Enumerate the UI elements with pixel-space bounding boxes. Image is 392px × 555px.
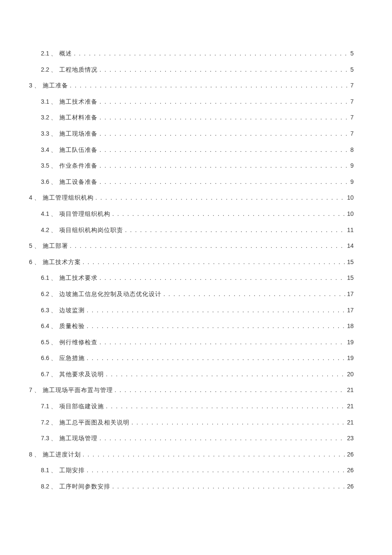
toc-title: 施工现场平面布置与管理: [43, 387, 113, 393]
toc-title: 边坡监测: [59, 308, 85, 314]
toc-title: 施工管理组织机构: [43, 195, 94, 201]
toc-entry[interactable]: 6.2、边坡施工信息化控制及动态优化设计17: [29, 291, 354, 297]
toc-entry[interactable]: 3.4、施工队伍准备8: [29, 147, 354, 153]
toc-number: 7.2: [41, 419, 49, 425]
toc-leader: [98, 114, 349, 120]
toc-entry[interactable]: 7.3、施工现场管理23: [29, 435, 354, 442]
toc-separator: 、: [51, 99, 57, 105]
toc-title: 工序时间参数安排: [59, 484, 110, 490]
toc-separator: 、: [51, 468, 57, 474]
toc-entry[interactable]: 6.3、边坡监测17: [29, 307, 354, 314]
toc-page-number: 15: [345, 259, 354, 265]
toc-separator: 、: [51, 211, 57, 217]
toc-title: 边坡施工信息化控制及动态优化设计: [59, 291, 161, 297]
toc-separator: 、: [51, 67, 57, 73]
toc-title: 施工设备准备: [59, 179, 98, 185]
toc-entry[interactable]: 6.5、例行维修检查19: [29, 339, 354, 346]
toc-leader: [98, 163, 349, 169]
toc-title: 施工队伍准备: [59, 147, 98, 153]
toc-leader: [98, 339, 345, 345]
toc-entry[interactable]: 6.1、施工技术要求15: [29, 275, 354, 281]
toc-separator: 、: [34, 259, 40, 265]
toc-entry[interactable]: 7.1、项目部临建设施21: [29, 403, 354, 410]
toc-entry[interactable]: 6.6、应急措施19: [29, 355, 354, 361]
toc-page-number: 14: [345, 243, 354, 249]
toc-leader: [110, 483, 345, 489]
toc-entry[interactable]: 3.3、施工现场准备7: [29, 131, 354, 137]
toc-number: 6.6: [41, 355, 49, 361]
toc-leader: [98, 435, 345, 441]
toc-page-number: 7: [349, 114, 354, 120]
toc-page-number: 8: [349, 147, 354, 153]
toc-title: 作业条件准备: [59, 163, 98, 169]
toc-title: 例行维修检查: [59, 340, 98, 346]
toc-page-number: 26: [345, 467, 354, 473]
toc-separator: 、: [51, 163, 57, 169]
toc-leader: [85, 355, 345, 361]
toc-leader: [104, 403, 345, 409]
toc-leader: [68, 82, 349, 88]
toc-number: 7.3: [41, 435, 49, 441]
toc-separator: 、: [51, 275, 57, 281]
toc-entry[interactable]: 3.5、作业条件准备9: [29, 163, 354, 169]
toc-title: 施工现场管理: [59, 436, 98, 442]
toc-leader: [98, 275, 345, 281]
toc-separator: 、: [51, 291, 57, 297]
toc-number: 4: [29, 195, 32, 200]
toc-page-number: 23: [345, 435, 354, 441]
toc-entry[interactable]: 8、施工进度计划26: [29, 451, 354, 458]
toc-page-number: 21: [345, 403, 354, 409]
toc-leader: [113, 387, 346, 393]
toc-entry[interactable]: 3、施工准备7: [29, 82, 354, 89]
toc-page-number: 20: [345, 371, 354, 377]
toc-entry[interactable]: 8.2、工序时间参数安排26: [29, 483, 354, 490]
toc-separator: 、: [51, 308, 57, 314]
toc-title: 施工部署: [43, 243, 68, 249]
toc-number: 3.5: [41, 163, 49, 169]
toc-number: 3.3: [41, 131, 49, 137]
toc-entry[interactable]: 8.1、工期安排26: [29, 467, 354, 474]
toc-entry[interactable]: 6、施工技术方案15: [29, 259, 354, 265]
toc-leader: [81, 259, 346, 265]
toc-page-number: 21: [345, 387, 354, 393]
toc-entry[interactable]: 7、施工现场平面布置与管理21: [29, 387, 354, 393]
toc-number: 3.2: [41, 114, 49, 120]
toc-title: 施工准备: [43, 83, 68, 89]
toc-separator: 、: [51, 340, 57, 346]
toc-leader: [72, 50, 349, 56]
toc-entry[interactable]: 4、施工管理组织机构10: [29, 195, 354, 201]
toc-number: 3.1: [41, 99, 49, 105]
toc-title: 施工总平面图及相关说明: [59, 420, 130, 426]
toc-number: 6.5: [41, 339, 49, 345]
page: 2.1、概述52.2、工程地质情况53、施工准备73.1、施工技术准备73.2、…: [0, 0, 392, 555]
toc-leader: [98, 99, 349, 105]
toc-number: 6.7: [41, 371, 49, 377]
toc-entry[interactable]: 5、施工部署14: [29, 243, 354, 249]
toc-page-number: 10: [345, 211, 354, 217]
toc-entry[interactable]: 7.2、施工总平面图及相关说明21: [29, 419, 354, 426]
toc-entry[interactable]: 4.1、项目管理组织机构10: [29, 211, 354, 217]
toc-entry[interactable]: 4.2、项目组织机构岗位职责11: [29, 227, 354, 233]
toc-separator: 、: [51, 323, 57, 329]
toc-number: 3.6: [41, 179, 49, 185]
toc-title: 施工技术方案: [43, 259, 81, 265]
toc-number: 4.2: [41, 227, 49, 233]
toc-entry[interactable]: 2.2、工程地质情况5: [29, 67, 354, 73]
toc-entry[interactable]: 3.1、施工技术准备7: [29, 99, 354, 105]
toc-entry[interactable]: 2.1、概述5: [29, 50, 354, 57]
toc-title: 其他要求及说明: [59, 372, 104, 378]
toc-entry[interactable]: 3.2、施工材料准备7: [29, 114, 354, 121]
toc-number: 6.3: [41, 307, 49, 313]
toc-page-number: 21: [345, 419, 354, 425]
toc-leader: [130, 419, 345, 425]
toc-title: 施工技术准备: [59, 99, 98, 105]
toc-number: 7.1: [41, 403, 49, 409]
toc-separator: 、: [51, 131, 57, 137]
toc-page-number: 9: [349, 163, 354, 169]
toc-title: 施工技术要求: [59, 275, 98, 281]
toc-entry[interactable]: 6.7、其他要求及说明20: [29, 371, 354, 378]
toc-entry[interactable]: 3.6、施工设备准备9: [29, 179, 354, 185]
toc-title: 施工材料准备: [59, 115, 98, 121]
toc-entry[interactable]: 6.4、质量检验18: [29, 323, 354, 329]
toc-title: 项目管理组织机构: [59, 211, 110, 217]
